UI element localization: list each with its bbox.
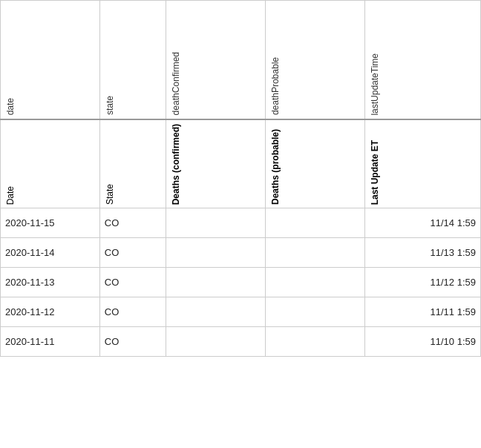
cell-confirmed <box>166 238 266 268</box>
cell-confirmed <box>166 297 266 327</box>
table-row: 2020-11-14CO11/13 1:59 <box>1 238 481 268</box>
cell-date: 2020-11-15 <box>1 208 100 238</box>
col-header-confirmed: deathConfirmed <box>166 1 266 119</box>
table-row: 2020-11-15CO11/14 1:59 <box>1 208 481 238</box>
cell-confirmed <box>166 327 266 357</box>
cell-probable <box>265 208 364 238</box>
cell-confirmed <box>166 268 266 297</box>
table-row: 2020-11-11CO11/10 1:59 <box>1 327 481 357</box>
col-display-date: Date <box>1 119 100 208</box>
cell-probable <box>265 268 364 297</box>
col-display-probable: Deaths (probable) <box>265 119 364 208</box>
cell-confirmed <box>166 208 266 238</box>
cell-lastupdate: 11/14 1:59 <box>364 208 480 238</box>
data-table: date state deathConfirmed deathProbable <box>0 0 481 357</box>
cell-probable <box>265 327 364 357</box>
col-header-state: state <box>99 1 166 119</box>
cell-state: CO <box>99 238 166 268</box>
cell-probable <box>265 297 364 327</box>
col-display-confirmed: Deaths (confirmed) <box>166 119 266 208</box>
cell-state: CO <box>99 327 166 357</box>
col-display-lastupdate: Last Update ET <box>364 119 480 208</box>
table-row: 2020-11-12CO11/11 1:59 <box>1 297 481 327</box>
col-display-state: State <box>99 119 166 208</box>
header-row-1: date state deathConfirmed deathProbable <box>1 1 481 119</box>
cell-state: CO <box>99 297 166 327</box>
cell-date: 2020-11-14 <box>1 238 100 268</box>
cell-date: 2020-11-11 <box>1 327 100 357</box>
header-row-2: Date State Deaths (confirmed) Deaths (pr… <box>1 119 481 208</box>
table-wrapper: date state deathConfirmed deathProbable <box>0 0 481 448</box>
cell-lastupdate: 11/10 1:59 <box>364 327 480 357</box>
cell-lastupdate: 11/13 1:59 <box>364 238 480 268</box>
cell-probable <box>265 238 364 268</box>
table-row: 2020-11-13CO11/12 1:59 <box>1 268 481 297</box>
col-header-probable: deathProbable <box>265 1 364 119</box>
cell-lastupdate: 11/11 1:59 <box>364 297 480 327</box>
cell-date: 2020-11-12 <box>1 297 100 327</box>
cell-date: 2020-11-13 <box>1 268 100 297</box>
col-header-lastupdate: lastUpdateTime <box>364 1 480 119</box>
cell-state: CO <box>99 208 166 238</box>
col-header-date: date <box>1 1 100 119</box>
table-body: 2020-11-15CO11/14 1:592020-11-14CO11/13 … <box>1 208 481 357</box>
cell-lastupdate: 11/12 1:59 <box>364 268 480 297</box>
cell-state: CO <box>99 268 166 297</box>
